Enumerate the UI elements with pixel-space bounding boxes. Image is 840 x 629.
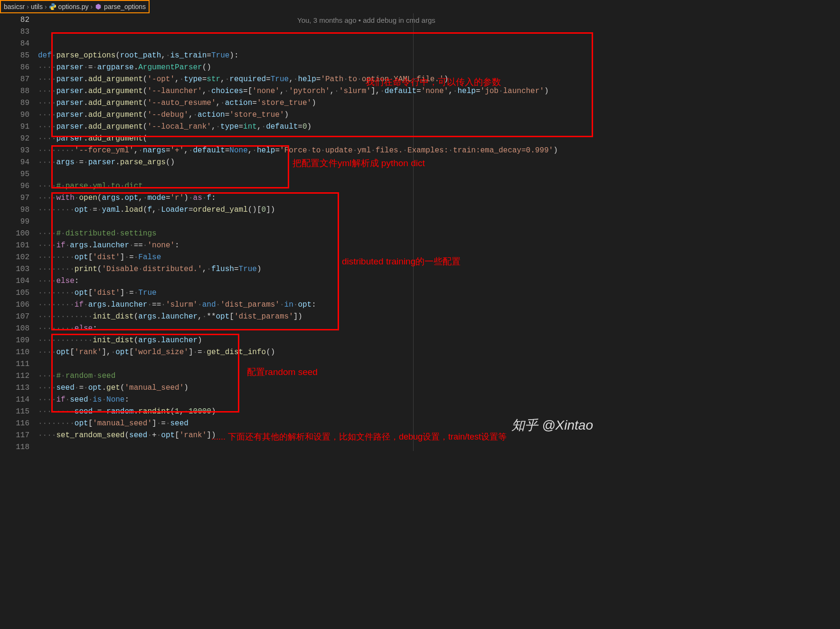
code-line[interactable]: ····parser.add_argument('--auto_resume',… (38, 97, 603, 109)
line-number: 89 (0, 97, 29, 109)
line-number: 112 (0, 370, 29, 382)
line-number: 86 (0, 62, 29, 74)
code-line[interactable]: ····parser.add_argument( (38, 133, 603, 145)
line-number-gutter: 8283848586878889909192939495969798991001… (0, 13, 38, 451)
chevron-right-icon: › (45, 3, 47, 10)
symbol-function-icon (94, 3, 102, 10)
code-line[interactable]: ····#·parse·yml·to·dict (38, 180, 603, 192)
line-number: 92 (0, 133, 29, 145)
code-line[interactable]: ····parser·=·argparse.ArgumentParser() (38, 62, 603, 74)
annotation-footer: ...... 下面还有其他的解析和设置，比如文件路径，debug设置，train… (211, 431, 507, 442)
code-line[interactable] (38, 216, 603, 228)
breadcrumb-file[interactable]: options.py (58, 3, 89, 10)
line-number: 104 (0, 275, 29, 287)
code-line[interactable]: ····#·distributed·settings (38, 228, 603, 240)
code-line[interactable]: ········if·args.launcher·==·'slurm'·and·… (38, 299, 603, 311)
line-number: 115 (0, 406, 29, 418)
line-number: 82 (0, 14, 29, 26)
code-line[interactable] (38, 441, 603, 451)
code-line[interactable]: ····else: (38, 275, 603, 287)
line-number: 101 (0, 240, 29, 252)
line-number: 97 (0, 192, 29, 204)
line-number: 83 (0, 26, 29, 38)
annotation-text-4: 配置random seed (247, 366, 318, 378)
line-number: 114 (0, 394, 29, 406)
line-number: 111 (0, 358, 29, 370)
code-line[interactable]: ····parser.add_argument('--debug',·actio… (38, 109, 603, 121)
code-line[interactable] (38, 169, 603, 180)
line-number: 102 (0, 252, 29, 263)
breadcrumb-folder[interactable]: basicsr (4, 3, 25, 10)
line-number: 107 (0, 311, 29, 323)
line-number: 91 (0, 121, 29, 133)
code-line[interactable]: ········opt·=·yaml.load(f,·Loader=ordere… (38, 204, 603, 216)
code-line[interactable]: ············init_dist(args.launcher,·**o… (38, 311, 603, 323)
line-number: 103 (0, 263, 29, 275)
line-number: 108 (0, 323, 29, 335)
code-line[interactable]: ········else: (38, 323, 603, 335)
line-number: 106 (0, 299, 29, 311)
line-number: 94 (0, 157, 29, 169)
line-number: 95 (0, 169, 29, 180)
line-number: 90 (0, 109, 29, 121)
line-number: 117 (0, 430, 29, 441)
line-number: 109 (0, 335, 29, 347)
python-file-icon (49, 3, 57, 10)
annotation-text-1: 我们在命令行中，可以传入的参数 (366, 76, 501, 88)
code-line[interactable] (38, 358, 603, 370)
code-line[interactable]: ····parser.add_argument('--local_rank',·… (38, 121, 603, 133)
code-line[interactable]: ····parser.add_argument('-opt',·type=str… (38, 74, 603, 85)
breadcrumb-symbol[interactable]: parse_options (104, 3, 146, 10)
code-editor[interactable]: 8283848586878889909192939495969798991001… (0, 13, 603, 451)
code-line[interactable]: ····if·seed·is·None: (38, 394, 603, 406)
code-line[interactable]: ········opt['dist']·=·True (38, 287, 603, 299)
chevron-right-icon: › (27, 3, 29, 10)
chevron-right-icon: › (90, 3, 93, 10)
breadcrumb-folder[interactable]: utils (31, 3, 43, 10)
code-line[interactable]: ····seed·=·opt.get('manual_seed') (38, 382, 603, 394)
line-number: 118 (0, 441, 29, 451)
code-line[interactable]: ········opt['dist']·=·False (38, 252, 603, 263)
line-number: 116 (0, 418, 29, 430)
git-blame-codelens[interactable]: You, 3 months ago • add debug in cmd arg… (297, 14, 435, 26)
code-line[interactable]: ········'--force_yml',·nargs='+',·defaul… (38, 145, 603, 157)
code-line[interactable]: ····with·open(args.opt,·mode='r')·as·f: (38, 192, 603, 204)
watermark: 知乎 @Xintao (511, 416, 593, 434)
line-number: 96 (0, 180, 29, 192)
annotation-text-2: 把配置文件yml解析成 python dict (293, 157, 425, 169)
line-number: 110 (0, 347, 29, 358)
code-line[interactable]: def·parse_options(root_path,·is_train=Tr… (38, 50, 603, 62)
line-number: 87 (0, 74, 29, 85)
code-line[interactable]: ····parser.add_argument('--launcher',·ch… (38, 85, 603, 97)
line-number: 93 (0, 145, 29, 157)
line-number: 105 (0, 287, 29, 299)
line-number: 100 (0, 228, 29, 240)
breadcrumb[interactable]: basicsr › utils › options.py › parse_opt… (0, 0, 150, 13)
line-number: 98 (0, 204, 29, 216)
line-number: 99 (0, 216, 29, 228)
code-line[interactable]: ····if·args.launcher·==·'none': (38, 240, 603, 252)
code-line[interactable]: ····opt['rank'],·opt['world_size']·=·get… (38, 347, 603, 358)
code-line[interactable]: ········print('Disable·distributed.',·fl… (38, 263, 603, 275)
code-line[interactable]: ············init_dist(args.launcher) (38, 335, 603, 347)
line-number: 84 (0, 38, 29, 50)
code-area[interactable]: You, 3 months ago • add debug in cmd arg… (38, 13, 603, 451)
line-number: 113 (0, 382, 29, 394)
code-line[interactable]: ····#·random·seed (38, 370, 603, 382)
annotation-text-3: distributed training的一些配置 (342, 255, 461, 268)
line-number: 88 (0, 85, 29, 97)
line-number: 85 (0, 50, 29, 62)
